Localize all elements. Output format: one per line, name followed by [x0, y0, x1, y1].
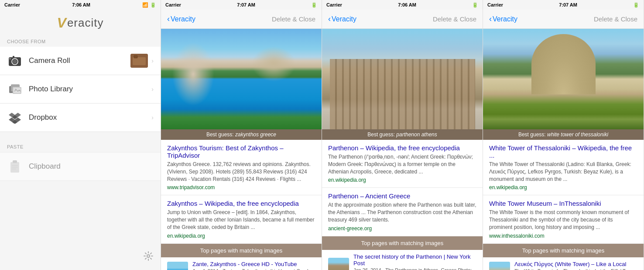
photo-2 — [161, 29, 322, 129]
menu-item-dropbox[interactable]: Dropbox › — [0, 104, 161, 132]
clipboard-icon — [7, 159, 23, 174]
bottom-result-3[interactable]: The secret history of the Parthenon | Ne… — [322, 250, 483, 270]
nav-2: ‹ Veracity Delete & Close — [161, 10, 322, 29]
result-item-4-0: White Tower of Thessaloniki – Wikipedia,… — [483, 140, 644, 195]
time-1: 7:06 AM — [72, 2, 90, 7]
choose-from-header: CHOOSE FROM — [0, 35, 161, 47]
camera-roll-label: Camera Roll — [29, 56, 130, 65]
svg-rect-3 — [13, 56, 14, 58]
choose-from-panel: Carrier 7:06 AM 📶 🔋 V eracity CHOOSE FRO… — [0, 0, 161, 270]
best-guess-2: Best guess: zakynthos greece — [161, 129, 322, 140]
back-label-2: Veracity — [171, 15, 195, 23]
result-title-4-0[interactable]: White Tower of Thessaloniki – Wikipedia,… — [489, 144, 637, 159]
paste-section: PASTE Clipboard — [0, 140, 161, 181]
result-title-2-0[interactable]: Zakynthos Tourism: Best of Zakynthos – T… — [167, 144, 315, 159]
bottom-result-title-4[interactable]: Λευκός Πύργος (White Tower) – Like a Loc… — [514, 261, 637, 267]
status-bar-3: Carrier 7:06 AM 🔋 — [322, 0, 483, 10]
best-guess-4: Best guess: white tower of thessaloniki — [483, 129, 644, 140]
result-snippet-3-1: At the approximate position where the Pa… — [328, 201, 476, 223]
result-url-3-0[interactable]: en.wikipedia.org — [328, 177, 476, 183]
result-snippet-4-0: The White Tower of Thessaloniki (Ladino:… — [489, 161, 637, 183]
result-url-2-0[interactable]: www.tripadvisor.com — [167, 184, 315, 190]
bottom-result-4[interactable]: Λευκός Πύργος (White Tower) – Like a Loc… — [483, 257, 644, 270]
bottom-thumb-3 — [328, 258, 349, 270]
svg-rect-7 — [134, 55, 137, 58]
result-snippet-3-0: The Parthenon (/ˈpɑrθəˌnɒn, -nən/; Ancie… — [328, 153, 476, 175]
status-bar-2: Carrier 7:07 AM 🔋 — [161, 0, 322, 10]
battery-icon-1: 🔋 — [150, 2, 156, 8]
results-list-3: Parthenon – Wikipedia, the free encyclop… — [322, 140, 483, 270]
back-button-3[interactable]: ‹ Veracity — [328, 14, 356, 24]
matching-bar-4: Top pages with matching images — [483, 244, 644, 257]
bottom-result-snippet-4: The White Tower is for Thessaloniki what… — [514, 268, 637, 270]
bottom-thumb-4 — [489, 262, 510, 270]
status-icons-1: 📶 🔋 — [142, 2, 156, 8]
dropbox-icon — [7, 110, 23, 125]
zakynthos-photo — [161, 29, 322, 129]
result-title-3-0[interactable]: Parthenon – Wikipedia, the free encyclop… — [328, 144, 476, 152]
result-url-3-1[interactable]: ancient-greece.org — [328, 225, 476, 232]
matching-bar-2: Top pages with matching images — [161, 244, 322, 257]
result-title-3-1[interactable]: Parthenon – Ancient Greece — [328, 192, 476, 200]
status-bar-4: Carrier 7:07 AM 🔋 — [483, 0, 644, 10]
best-guess-3: Best guess: parthenon athens — [322, 129, 483, 140]
result-item-2-0: Zakynthos Tourism: Best of Zakynthos – T… — [161, 140, 322, 195]
matching-bar-3: Top pages with matching images — [322, 236, 483, 250]
svg-rect-25 — [12, 169, 16, 170]
photo-library-chevron: › — [151, 86, 154, 93]
result-item-4-1: White Tower Museum – InThessaloniki The … — [483, 195, 644, 243]
back-button-4[interactable]: ‹ Veracity — [489, 14, 517, 24]
bottom-result-2[interactable]: Zante, Zakynthos - Greece HD - YouTube A… — [161, 257, 322, 270]
carrier-1: Carrier — [4, 2, 20, 7]
svg-rect-4 — [9, 58, 11, 59]
svg-rect-22 — [13, 160, 17, 163]
settings-icon[interactable] — [143, 251, 154, 264]
svg-point-26 — [147, 255, 150, 257]
svg-rect-24 — [12, 167, 18, 168]
bottom-result-text-3: The secret history of the Parthenon | Ne… — [353, 253, 476, 270]
menu-item-photo-library[interactable]: Photo Library › — [0, 75, 161, 104]
nav-4: ‹ Veracity Delete & Close — [483, 10, 644, 29]
svg-point-2 — [13, 59, 17, 64]
result-url-2-1[interactable]: en.wikipedia.org — [167, 233, 315, 239]
logo-area: V eracity — [0, 10, 161, 35]
bottom-thumb-2 — [167, 262, 188, 270]
photo-3 — [322, 29, 483, 129]
bottom-result-snippet-2: Aug 4, 2014 - Zante or Zakynthos is thir… — [192, 268, 315, 270]
action-button-3[interactable]: Delete & Close — [433, 15, 476, 23]
result-snippet-2-0: Zakynthos Greece. 132,762 reviews and op… — [167, 161, 315, 183]
dropbox-label: Dropbox — [29, 113, 151, 122]
back-label-3: Veracity — [332, 15, 356, 23]
paste-header: PASTE — [0, 140, 161, 152]
result-title-2-1[interactable]: Zakynthos – Wikipedia, the free encyclop… — [167, 200, 315, 207]
tower-photo — [483, 29, 644, 129]
result-url-4-0[interactable]: en.wikipedia.org — [489, 184, 637, 190]
svg-rect-23 — [12, 165, 18, 166]
action-button-2[interactable]: Delete & Close — [272, 15, 315, 23]
bottom-result-title-3[interactable]: The secret history of the Parthenon | Ne… — [353, 253, 476, 267]
bottom-result-text-4: Λευκός Πύργος (White Tower) – Like a Loc… — [514, 261, 637, 270]
result-item-3-1: Parthenon – Ancient Greece At the approx… — [322, 188, 483, 236]
photo-library-label: Photo Library — [29, 85, 151, 93]
zakynthos-panel: Carrier 7:07 AM 🔋 ‹ Veracity Delete & Cl… — [161, 0, 322, 270]
bottom-result-title-2[interactable]: Zante, Zakynthos - Greece HD - YouTube — [192, 261, 315, 267]
logo-v: V — [57, 15, 66, 31]
menu-item-camera-roll[interactable]: Camera Roll › — [0, 47, 161, 75]
result-snippet-2-1: Jump to Union with Greece – [edit]. In 1… — [167, 209, 315, 231]
action-button-4[interactable]: Delete & Close — [594, 15, 637, 23]
carrier-3: Carrier — [326, 2, 342, 7]
nav-3: ‹ Veracity Delete & Close — [322, 10, 483, 29]
bottom-result-text-2: Zante, Zakynthos - Greece HD - YouTube A… — [192, 261, 315, 270]
back-button-2[interactable]: ‹ Veracity — [167, 14, 195, 24]
result-snippet-4-1: The White Tower is the most commonly kno… — [489, 209, 637, 231]
result-title-4-1[interactable]: White Tower Museum – InThessaloniki — [489, 200, 637, 207]
result-url-4-1[interactable]: www.inthessaloniki.com — [489, 233, 637, 239]
bottom-result-snippet-3: Jan 26, 2014 - The Parthenon in Athens, … — [353, 267, 476, 270]
time-2: 7:07 AM — [237, 2, 255, 7]
clipboard-label: Clipboard — [29, 162, 154, 171]
result-item-3-0: Parthenon – Wikipedia, the free encyclop… — [322, 140, 483, 188]
photo-4 — [483, 29, 644, 129]
results-list-2: Zakynthos Tourism: Best of Zakynthos – T… — [161, 140, 322, 270]
best-guess-italic-3: parthenon athens — [396, 132, 437, 138]
time-4: 7:07 AM — [559, 2, 577, 7]
